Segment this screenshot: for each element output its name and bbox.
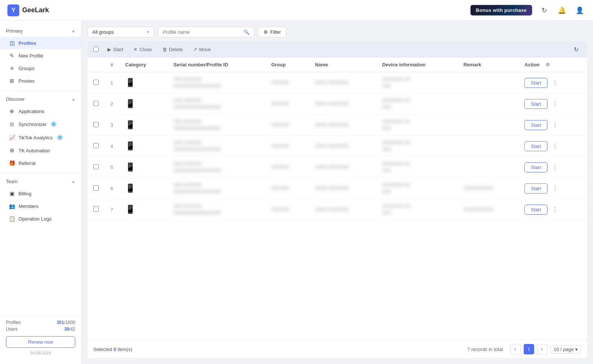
row-action-5: Start ⋮ (519, 157, 587, 178)
chevron-up-icon: ▲ (72, 179, 75, 183)
search-input-wrapper[interactable]: 🔍 (158, 27, 254, 37)
refresh-icon[interactable]: ↻ (538, 4, 550, 16)
sidebar-item-groups[interactable]: ≡ Groups (0, 62, 81, 75)
profiles-label: Profiles (6, 320, 21, 325)
sidebar-item-label: New Profile (19, 53, 43, 59)
table-row: 2 📱 XXX-XXXXXXXXXXXXXXXXXXXXXX XXXXXX XX… (87, 93, 587, 115)
page-1-button[interactable]: 1 (524, 344, 534, 354)
col-num: # (105, 57, 119, 72)
start-row-button-7[interactable]: Start (524, 205, 547, 215)
sidebar-item-profiles[interactable]: ◫ Profiles (0, 37, 81, 49)
selected-suffix: item(s) (116, 347, 132, 352)
more-options-button-1[interactable]: ⋮ (550, 78, 559, 87)
sidebar-section-primary: Primary ▲ ◫ Profiles ✎ New Profile ≡ Gro… (0, 25, 81, 87)
delete-action-button[interactable]: 🗑 Delete (158, 45, 188, 54)
profiles-icon: ◫ (9, 40, 15, 46)
start-row-button-5[interactable]: Start (524, 162, 547, 172)
phone-icon: 📱 (125, 141, 135, 150)
close-action-button[interactable]: ✕ Close (129, 45, 156, 54)
page-size-select[interactable]: 10 / page ▾ (550, 345, 581, 354)
start-row-button-6[interactable]: Start (524, 183, 547, 193)
row-checkbox-4[interactable] (93, 143, 99, 148)
start-action-button[interactable]: ▶ Start (103, 45, 127, 54)
renew-now-button[interactable]: Renew now (6, 336, 75, 348)
sidebar-item-new-profile[interactable]: ✎ New Profile (0, 49, 81, 62)
row-device-2: XXXXXXX XXXXX (376, 93, 457, 115)
more-options-button-5[interactable]: ⋮ (550, 163, 559, 172)
row-checkbox-3[interactable] (93, 122, 99, 127)
row-remark-3 (457, 115, 519, 136)
profiles-table: # Category Serial number/Profile ID Grou… (87, 57, 587, 220)
search-field[interactable] (163, 29, 241, 35)
start-row-button-4[interactable]: Start (524, 141, 547, 151)
operation-logs-icon: 📋 (9, 216, 15, 222)
more-options-button-2[interactable]: ⋮ (550, 99, 559, 108)
filter-button[interactable]: ⚙ Filter (258, 27, 286, 37)
row-serial-4: XXX-XXXXXXXXXXXXXXXXXXXXXX (168, 136, 265, 157)
row-category-7: 📱 (119, 199, 168, 220)
notification-icon[interactable]: 🔔 (556, 4, 568, 16)
users-label: Users (6, 327, 17, 332)
topbar: Y GeeLark Bonus with purchase ↻ 🔔 👤 (0, 0, 593, 21)
user-icon[interactable]: 👤 (574, 4, 586, 16)
row-checkbox-6[interactable] (93, 185, 99, 191)
row-serial-2: XXX-XXXXXXXXXXXXXXXXXXXXXX (168, 93, 265, 115)
total-records-label: 7 records in total (467, 347, 503, 352)
users-stat: Users 39/42 (6, 327, 75, 332)
sidebar-date: 04-08-2024 (6, 351, 75, 355)
page-size-value: 10 / page (554, 347, 574, 352)
sidebar-item-operation-logs[interactable]: 📋 Operation Logs (0, 212, 81, 225)
chevron-down-icon: ▾ (147, 30, 149, 34)
phone-icon: 📱 (125, 78, 135, 87)
row-group-7: XXXXXX (265, 199, 309, 220)
row-name-6: XXXX XXXXXXX (309, 178, 377, 199)
row-group-1: XXXXXX (265, 72, 309, 93)
sidebar-section-team-header[interactable]: Team ▲ (0, 176, 81, 187)
sidebar-team-label: Team (6, 179, 18, 184)
sidebar-item-billing[interactable]: ▣ Billing (0, 187, 81, 200)
more-options-button-3[interactable]: ⋮ (550, 120, 559, 129)
sidebar-item-label: TK Automation (19, 148, 50, 153)
sidebar-discover-label: Discover (6, 96, 25, 102)
more-options-button-4[interactable]: ⋮ (550, 142, 559, 150)
next-page-button[interactable]: › (537, 344, 547, 354)
sidebar-section-discover-header[interactable]: Discover ▲ (0, 93, 81, 105)
close-action-icon: ✕ (133, 47, 138, 52)
applications-icon: ⊕ (9, 108, 15, 114)
row-checkbox-5[interactable] (93, 164, 99, 169)
more-options-button-7[interactable]: ⋮ (550, 205, 559, 214)
select-all-checkbox[interactable] (93, 47, 99, 52)
start-row-button-1[interactable]: Start (524, 78, 547, 88)
table-refresh-button[interactable]: ↻ (571, 44, 581, 54)
bonus-badge[interactable]: Bonus with purchase (470, 5, 532, 16)
logo-icon: Y (7, 4, 19, 16)
row-num-4: 4 (105, 136, 119, 157)
sidebar-item-tk-automation[interactable]: ⚙ TK Automation (0, 144, 81, 157)
row-device-5: XXXXXXX XXXXX (376, 157, 457, 178)
sidebar-item-applications[interactable]: ⊕ Applications (0, 105, 81, 118)
selection-info: Selected 0 item(s) (93, 347, 132, 352)
sidebar-item-proxies[interactable]: ⊞ Proxies (0, 75, 81, 87)
row-remark-4 (457, 136, 519, 157)
sidebar-item-referral[interactable]: 🎁 Referral (0, 157, 81, 169)
sidebar-item-members[interactable]: 👥 Members (0, 200, 81, 212)
row-checkbox-2[interactable] (93, 101, 99, 106)
sidebar-item-synchronizer[interactable]: ⊙ Synchronizer 🌐 (0, 118, 81, 131)
settings-icon[interactable]: ⚙ (546, 62, 550, 67)
prev-page-button[interactable]: ‹ (510, 344, 521, 354)
start-row-button-3[interactable]: Start (524, 120, 547, 130)
row-checkbox-7[interactable] (93, 206, 99, 212)
col-remark: Remark (457, 57, 519, 72)
sidebar-section-primary-header[interactable]: Primary ▲ (0, 25, 81, 37)
group-select-value: All groups (92, 29, 114, 35)
sidebar-item-tiktok-analytics[interactable]: 📈 TikTok Analytics 🌐 (0, 131, 81, 144)
row-num-1: 1 (105, 72, 119, 93)
row-checkbox-1[interactable] (93, 80, 99, 85)
move-action-button[interactable]: ↗ Move (189, 45, 215, 54)
phone-icon: 📱 (125, 183, 135, 193)
group-select[interactable]: All groups ▾ (87, 27, 154, 37)
more-options-button-6[interactable]: ⋮ (550, 184, 559, 193)
row-action-4: Start ⋮ (519, 136, 587, 157)
sidebar-section-team: Team ▲ ▣ Billing 👥 Members 📋 Operation L… (0, 176, 81, 225)
start-row-button-2[interactable]: Start (524, 99, 547, 109)
